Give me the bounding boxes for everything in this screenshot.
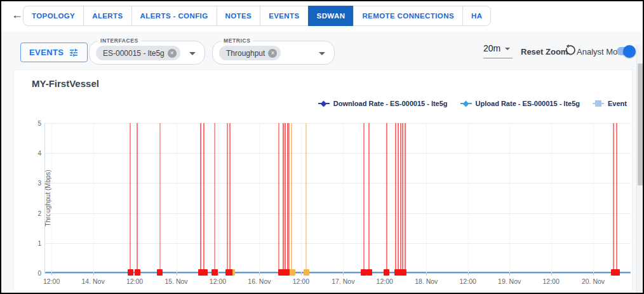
chevron-down-icon (505, 48, 510, 50)
legend-label: Event (608, 100, 627, 107)
event-plot-line (200, 123, 201, 273)
x-gridline (426, 123, 427, 273)
x-gridline (551, 123, 552, 273)
analyst-mode-toggle[interactable] (617, 47, 634, 55)
metrics-select[interactable]: METRICS Throughput × (212, 41, 335, 65)
event-marker (157, 269, 163, 276)
event-marker (198, 269, 208, 276)
page-content: EVENTS INTERFACES ES-000015 - lte5g × ME… (1, 32, 643, 293)
x-tick-label: 12:00 (126, 277, 143, 285)
x-tick-mark (343, 273, 344, 276)
event-plot-line (405, 123, 406, 273)
x-tick-label: 20. Nov (582, 277, 605, 285)
x-tick-label: 15. Nov (164, 277, 187, 285)
sdwan-dashboard-window: ← TOPOLOGYALERTSALERTS - CONFIGNOTESEVEN… (0, 0, 644, 294)
event-plot-line (400, 123, 401, 273)
event-plot-line (402, 123, 403, 273)
legend-label: Upload Rate - ES-000015 - lte5g (476, 100, 580, 107)
x-gridline (259, 123, 260, 273)
x-gridline (343, 123, 344, 273)
event-plot-line (363, 123, 365, 273)
interfaces-select[interactable]: INTERFACES ES-000015 - lte5g × (89, 41, 205, 65)
tab-group: TOPOLOGYALERTSALERTS - CONFIGNOTESEVENTS… (23, 6, 491, 26)
x-gridline (509, 123, 510, 273)
event-plot-line (278, 123, 279, 273)
tab-alerts-config[interactable]: ALERTS - CONFIG (131, 6, 217, 26)
x-tick-label: 17. Nov (332, 277, 354, 285)
time-range-value: 20m (483, 43, 500, 53)
x-tick-mark (218, 273, 218, 276)
event-marker (384, 269, 389, 276)
legend-item-download[interactable]: Download Rate - ES-000015 - lte5g (318, 100, 448, 107)
event-plot-line (398, 123, 399, 273)
x-tick-label: 12:00 (43, 277, 60, 285)
events-filter-button[interactable]: EVENTS (20, 43, 88, 62)
back-arrow-icon[interactable]: ← (11, 9, 23, 20)
event-plot-line (386, 123, 387, 273)
event-plot-line (130, 123, 131, 273)
x-gridline (218, 123, 218, 273)
tab-alerts[interactable]: ALERTS (83, 6, 131, 26)
event-plot-line (227, 123, 228, 273)
event-marker (304, 269, 309, 276)
tab-notes[interactable]: NOTES (217, 6, 261, 26)
event-plot-line (137, 123, 138, 273)
interface-chip[interactable]: ES-000015 - lte5g × (96, 46, 180, 60)
rotate-left-icon[interactable] (564, 44, 577, 57)
metric-chip[interactable]: Throughput × (219, 46, 281, 60)
event-plot-line (288, 123, 290, 273)
chip-remove-icon[interactable]: × (168, 49, 177, 58)
x-gridline (593, 123, 594, 273)
x-tick-label: 18. Nov (415, 277, 438, 285)
chevron-down-icon[interactable] (319, 52, 325, 55)
event-marker (135, 269, 140, 276)
tab-events[interactable]: EVENTS (260, 6, 308, 26)
chart-plot-area[interactable]: Throughput (Mbps) 54321012:0014. Nov12:0… (44, 123, 631, 274)
y-axis-title: Throughput (Mbps) (44, 170, 51, 226)
tab-ha[interactable]: HA (462, 6, 491, 26)
y-tick-label: 2 (30, 210, 41, 217)
chart-legend: Download Rate - ES-000015 - lte5gUpload … (318, 100, 627, 107)
chart-title: MY-FirstVessel (32, 78, 99, 89)
x-tick-label: 12:00 (210, 277, 226, 285)
event-marker (394, 269, 406, 276)
x-tick-mark (259, 273, 260, 276)
x-tick-mark (593, 273, 594, 276)
chevron-down-icon[interactable] (189, 52, 196, 55)
x-gridline (135, 123, 135, 273)
diamond-marker-icon (460, 100, 472, 107)
event-marker (278, 269, 290, 276)
event-plot-line (291, 123, 292, 273)
legend-item-event[interactable]: Event (593, 100, 627, 107)
legend-label: Download Rate - ES-000015 - lte5g (333, 100, 448, 107)
event-plot-line (283, 123, 284, 273)
interfaces-label: INTERFACES (98, 37, 141, 44)
x-gridline (93, 123, 94, 273)
tab-topology[interactable]: TOPOLOGY (23, 6, 84, 26)
x-tick-mark (301, 273, 302, 276)
y-tick-label: 4 (30, 150, 41, 157)
x-gridline (51, 123, 52, 273)
interface-chip-label: ES-000015 - lte5g (103, 49, 164, 58)
x-tick-mark (51, 273, 52, 276)
tab-sdwan[interactable]: SDWAN (308, 6, 354, 26)
event-plot-line (203, 123, 205, 273)
vertical-scrollbar[interactable] (636, 44, 643, 293)
y-tick-label: 5 (30, 120, 41, 127)
y-gridline (45, 123, 631, 124)
reset-zoom-button[interactable]: Reset Zoom (521, 47, 568, 57)
events-button-label: EVENTS (29, 48, 64, 57)
x-tick-label: 12:00 (460, 277, 476, 285)
tab-remote-connections[interactable]: REMOTE CONNECTIONS (353, 6, 463, 26)
chip-remove-icon[interactable]: × (268, 49, 277, 58)
y-tick-label: 3 (30, 180, 41, 187)
time-range-select[interactable]: 20m (483, 43, 513, 58)
scrollbar-thumb[interactable] (638, 63, 643, 185)
x-tick-label: 16. Nov (248, 277, 271, 285)
event-plot-line (214, 123, 215, 273)
event-plot-line (159, 123, 161, 273)
metrics-label: METRICS (221, 37, 253, 44)
legend-item-upload[interactable]: Upload Rate - ES-000015 - lte5g (460, 100, 580, 107)
metric-chip-label: Throughput (226, 49, 265, 58)
event-marker (366, 269, 372, 276)
